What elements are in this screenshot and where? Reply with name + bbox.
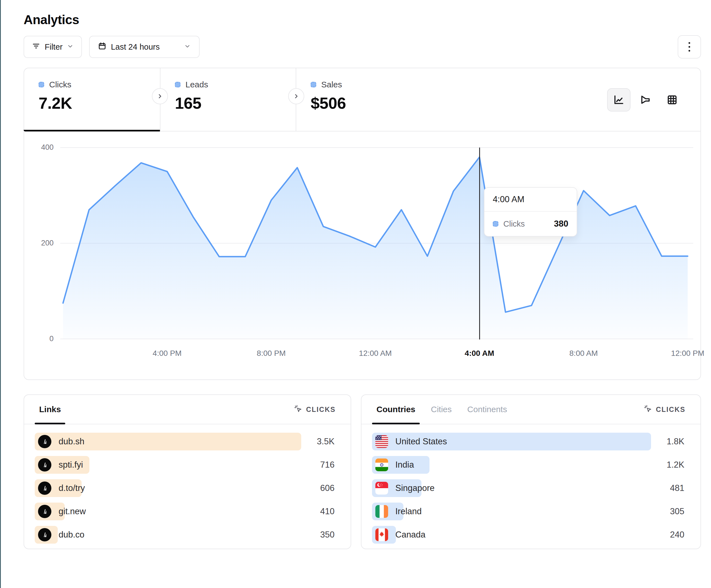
tab-continents[interactable]: Continents xyxy=(467,395,507,424)
country-label: Singapore xyxy=(395,483,434,493)
tooltip-series-value: 380 xyxy=(554,219,568,229)
dub-logo-icon xyxy=(38,481,51,495)
clicks-legend-square xyxy=(39,82,44,87)
country-row[interactable]: Singapore 481 xyxy=(372,479,684,497)
y-tick-label: 400 xyxy=(30,143,53,152)
country-label: United States xyxy=(395,436,447,447)
x-tick-label: 8:00 PM xyxy=(241,349,302,358)
link-row[interactable]: git.new 410 xyxy=(35,502,335,520)
link-label: spti.fyi xyxy=(59,460,83,470)
countries-list: United States 1.8K India 1.2K Singapore … xyxy=(362,424,701,544)
country-clicks-count: 1.8K xyxy=(651,436,684,447)
countries-panel-header: Countries Cities Continents CLICKS xyxy=(362,395,701,424)
country-clicks-count: 481 xyxy=(651,483,684,493)
links-panel: Links CLICKS xyxy=(24,394,351,549)
y-tick-label: 0 xyxy=(30,335,53,343)
link-row[interactable]: d.to/try 606 xyxy=(35,479,335,497)
clicks-timeseries-chart[interactable]: 4002000 4:00 PM8:00 PM12:00 AM4:00 AM8:0… xyxy=(24,134,701,380)
tab-clicks[interactable]: Clicks 7.2K xyxy=(24,68,160,131)
country-row[interactable]: India 1.2K xyxy=(372,456,684,474)
area-fill xyxy=(63,157,688,339)
filter-icon xyxy=(32,42,40,52)
link-row[interactable]: dub.sh 3.5K xyxy=(35,433,335,450)
clicks-tab-label: Clicks xyxy=(49,80,71,89)
link-clicks-count: 606 xyxy=(301,483,335,493)
table-view-button[interactable] xyxy=(661,88,684,112)
country-label: Ireland xyxy=(395,506,422,516)
analytics-page: Analytics Filter Last 24 hours xyxy=(24,0,701,549)
chevron-right-icon xyxy=(293,93,300,100)
links-list: dub.sh 3.5K spti.fyi 716 xyxy=(24,424,351,544)
filter-button[interactable]: Filter xyxy=(24,36,82,58)
links-metric-label: CLICKS xyxy=(306,406,336,413)
cursor-click-icon xyxy=(644,404,652,414)
toolbar: Filter Last 24 hours xyxy=(24,36,701,58)
cursor-click-icon xyxy=(294,404,302,414)
date-range-button[interactable]: Last 24 hours xyxy=(89,36,200,58)
leads-tab-value: 165 xyxy=(175,94,296,112)
cities-tab-label: Cities xyxy=(431,405,452,414)
chart-type-switcher xyxy=(607,88,684,131)
tab-sales[interactable]: Sales $506 xyxy=(296,68,431,131)
expand-clicks-button[interactable] xyxy=(152,88,168,104)
page-title: Analytics xyxy=(24,12,701,27)
tooltip-time: 4:00 AM xyxy=(484,188,577,212)
link-clicks-count: 350 xyxy=(301,530,335,540)
analytics-chart-card: Clicks 7.2K Leads 165 Sales $506 xyxy=(24,68,701,380)
funnel-chart-icon xyxy=(640,94,651,106)
country-row[interactable]: United States 1.8K xyxy=(372,433,684,450)
chart-plot xyxy=(60,134,693,353)
country-flag-icon xyxy=(375,482,388,495)
stats-tabs: Clicks 7.2K Leads 165 Sales $506 xyxy=(24,68,701,132)
link-label: d.to/try xyxy=(59,483,85,493)
link-label: dub.co xyxy=(59,530,84,540)
breakdown-panels: Links CLICKS xyxy=(24,394,701,549)
country-row[interactable]: Canada 240 xyxy=(372,526,684,544)
link-row[interactable]: dub.co 350 xyxy=(35,526,335,544)
more-options-button[interactable] xyxy=(678,35,701,59)
dub-logo-icon xyxy=(38,528,51,541)
country-label: India xyxy=(395,460,414,470)
chart-tooltip: 4:00 AM Clicks 380 xyxy=(484,187,577,236)
country-flag-icon xyxy=(375,528,388,541)
countries-metric-selector[interactable]: CLICKS xyxy=(644,395,686,424)
tab-countries[interactable]: Countries xyxy=(376,395,415,424)
date-range-label: Last 24 hours xyxy=(111,42,159,51)
tab-cities[interactable]: Cities xyxy=(431,395,452,424)
x-tick-label: 12:00 PM xyxy=(657,349,711,358)
sales-tab-value: $506 xyxy=(311,94,431,112)
link-clicks-count: 3.5K xyxy=(301,436,335,447)
links-tab-label: Links xyxy=(39,405,61,414)
sales-legend-square xyxy=(311,82,316,87)
country-flag-icon xyxy=(375,435,388,448)
continents-tab-label: Continents xyxy=(467,405,507,414)
chevron-down-icon xyxy=(184,42,191,51)
tab-links[interactable]: Links xyxy=(39,395,61,424)
expand-leads-button[interactable] xyxy=(288,88,304,104)
window-edge-accent xyxy=(0,0,1,588)
countries-tab-label: Countries xyxy=(376,405,415,414)
grid-table-icon xyxy=(666,94,678,106)
countries-panel: Countries Cities Continents CLICKS xyxy=(361,394,701,549)
chevron-down-icon xyxy=(67,42,73,51)
line-chart-view-button[interactable] xyxy=(607,88,630,112)
link-label: git.new xyxy=(59,506,86,516)
links-metric-selector[interactable]: CLICKS xyxy=(294,395,336,424)
link-label: dub.sh xyxy=(59,436,84,447)
country-row[interactable]: Ireland 305 xyxy=(372,502,684,520)
sales-tab-label: Sales xyxy=(321,80,342,89)
calendar-icon xyxy=(98,42,106,52)
clicks-tab-value: 7.2K xyxy=(39,94,160,112)
country-clicks-count: 305 xyxy=(651,506,684,516)
tab-leads[interactable]: Leads 165 xyxy=(160,68,296,131)
link-clicks-count: 716 xyxy=(301,460,335,470)
x-tick-label: 4:00 AM xyxy=(449,349,510,358)
filter-button-label: Filter xyxy=(45,42,62,51)
links-panel-header: Links CLICKS xyxy=(24,395,351,424)
funnel-chart-view-button[interactable] xyxy=(634,88,657,112)
x-tick-label: 4:00 PM xyxy=(136,349,198,358)
tooltip-legend-square xyxy=(493,221,498,227)
link-row[interactable]: spti.fyi 716 xyxy=(35,456,335,474)
x-tick-label: 8:00 AM xyxy=(553,349,614,358)
tooltip-series-label: Clicks xyxy=(503,219,525,229)
